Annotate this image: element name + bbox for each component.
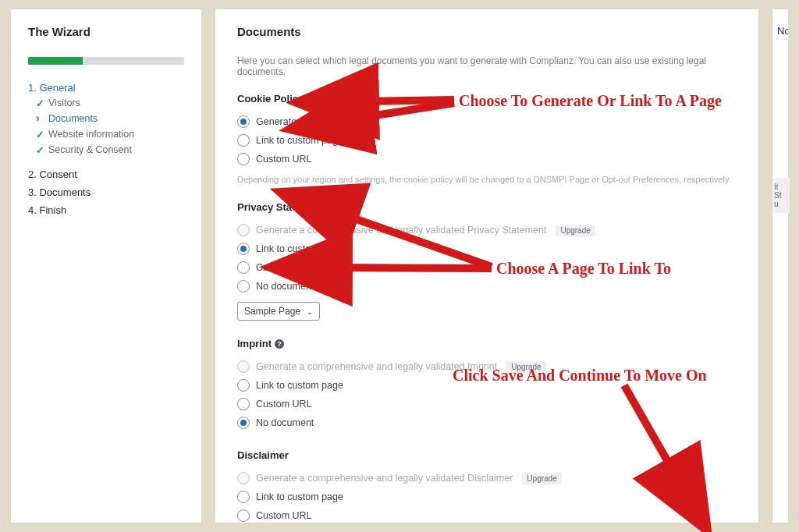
step-finish[interactable]: 4. Finish [28,201,184,219]
main-panel: Documents Here you can select which lega… [215,9,758,523]
step-documents[interactable]: 3. Documents [28,183,184,201]
cookie-hint: Depending on your region and settings, t… [237,175,737,184]
radio-icon [237,379,250,392]
section-disclaimer: Disclaimer Generate a comprehensive and … [237,449,737,523]
section-imprint: Imprint ? Generate a comprehensive and l… [237,338,737,432]
radio-privacy-generate[interactable]: Generate a comprehensive and legally val… [237,221,737,239]
radio-custom-url[interactable]: Custom URL [237,150,737,168]
radio-icon [237,243,250,255]
right-peek-panel: No [772,9,788,523]
radio-link-custom[interactable]: Link to custom page [237,131,737,150]
radio-disclaimer-custom-url[interactable]: Custom URL [237,506,737,523]
cookie-policy-label: Cookie Policy ? [237,93,737,105]
step-consent[interactable]: 2. Consent [28,165,184,183]
privacy-label: Privacy Statement [237,201,737,213]
progress-bar [28,57,184,65]
radio-icon [237,398,250,410]
upgrade-badge[interactable]: Upgrade [506,361,545,373]
substep-documents[interactable]: Documents [36,111,184,126]
radio-icon [237,417,250,429]
radio-imprint-generate[interactable]: Generate a comprehensive and legally val… [237,357,737,376]
upgrade-badge[interactable]: Upgrade [556,225,595,236]
substep-visitors[interactable]: Visitors [36,95,184,111]
radio-generated-complianz[interactable]: Generated by Complianz [237,112,737,131]
substep-security[interactable]: Security & Consent [36,142,184,158]
disclaimer-label: Disclaimer [237,449,737,461]
section-cookie-policy: Cookie Policy ? Generated by Complianz L… [237,93,737,184]
radio-icon [237,153,250,165]
right-peek-notice: It St u [772,178,790,213]
radio-imprint-custom-url[interactable]: Custom URL [237,395,737,413]
chevron-down-icon: ⌄ [307,307,313,316]
radio-icon [237,472,250,484]
page-select[interactable]: Sample Page ⌄ [237,302,320,321]
section-privacy: Privacy Statement Generate a comprehensi… [237,201,737,321]
radio-icon [237,134,250,147]
radio-icon [237,224,250,236]
radio-icon [237,280,250,293]
radio-disclaimer-link[interactable]: Link to custom page [237,488,737,506]
radio-icon [237,115,250,128]
radio-imprint-link[interactable]: Link to custom page [237,376,737,395]
help-icon[interactable]: ? [275,339,284,349]
radio-icon [237,360,250,373]
help-icon[interactable]: ? [307,94,316,104]
radio-icon [237,261,250,274]
imprint-label: Imprint ? [237,338,737,349]
wizard-steps: 1. General Visitors Documents Website in… [28,79,184,219]
radio-imprint-none[interactable]: No document [237,413,737,432]
radio-disclaimer-generate[interactable]: Generate a comprehensive and legally val… [237,469,737,488]
progress-fill [28,57,83,65]
radio-privacy-custom-url[interactable]: Custom URL [237,258,737,277]
step-general[interactable]: 1. General Visitors Documents Website in… [28,79,184,165]
radio-icon [237,491,250,503]
wizard-sidebar: The Wizard 1. General Visitors Documents… [11,9,201,523]
radio-privacy-none[interactable]: No document [237,277,737,296]
radio-icon [237,509,250,522]
radio-privacy-link[interactable]: Link to custom page [237,239,737,258]
substep-website-info[interactable]: Website information [36,126,184,142]
intro-text: Here you can select which legal document… [237,55,737,77]
sidebar-title: The Wizard [28,25,184,38]
page-title: Documents [237,25,737,38]
upgrade-badge[interactable]: Upgrade [522,473,561,484]
